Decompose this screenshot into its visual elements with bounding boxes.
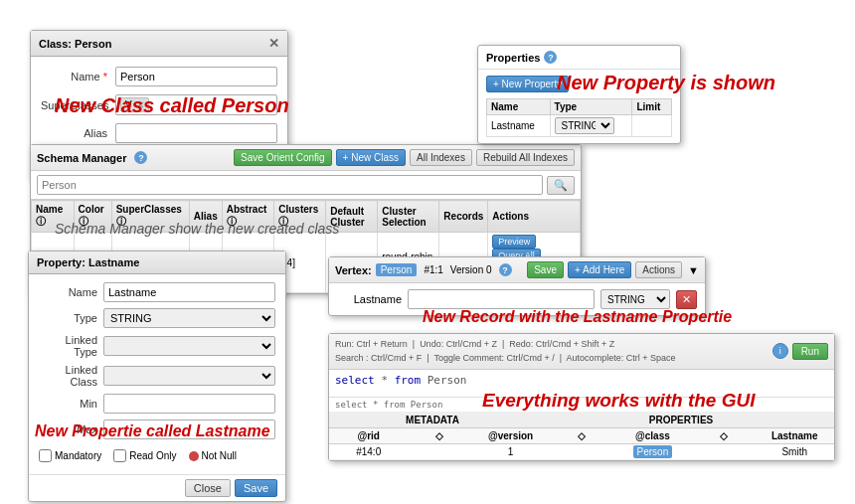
schema-search-input[interactable] [37,175,543,195]
col-records: Records [439,201,488,233]
all-indexes-button[interactable]: All Indexes [410,149,472,166]
col-lastname: Lastname [760,430,830,441]
prop-col-type: Type [550,99,632,115]
prop-col-name: Name [487,99,551,115]
prop-row-name: Lastname [487,115,551,137]
new-class-button[interactable]: + New Class [336,149,406,166]
annotation-schema: Schema Manager show the new created clas… [55,221,339,237]
prop-linked-type-select[interactable] [103,336,275,356]
name-label: Name [41,71,115,83]
vertex-version: Version 0 [450,264,492,275]
name-input[interactable] [115,67,277,86]
sql-data-row: #14:0 1 Person Smith [329,444,834,460]
sql-col-headers: @rid ◇ @version ◇ @class ◇ Lastname [329,428,834,444]
name-row: Name [41,67,277,86]
vertex-toolbar: Vertex: Person #1:1 Version 0 ? Save + A… [329,257,705,283]
prop-row-limit [632,115,672,137]
properties-title: Properties [486,52,540,64]
alias-input[interactable] [115,123,277,143]
vertex-info-icon[interactable]: ? [499,263,512,276]
prop-type-row: Type STRING [39,308,275,328]
sql-shortcuts: Run: Ctrl + Return | Undo: Ctrl/Cmd + Z … [335,337,675,366]
vertex-prefix: Vertex: [335,264,372,276]
vertex-save-button[interactable]: Save [527,261,564,278]
mandatory-checkbox[interactable] [39,449,52,462]
vertex-separator: #1:1 [424,264,442,275]
row-class-badge: Person [617,446,688,457]
row-version: 1 [475,446,546,457]
property-header: Property: Lastname [29,252,285,274]
prop-row: Lastname STRING [487,115,672,137]
sql-info-button[interactable]: i [772,343,788,359]
person-badge: Person [633,445,673,458]
schema-title: Schema Manager [37,152,126,164]
sql-keyword-from: from [395,374,422,387]
prop-linked-class-row: LinkedClass [39,364,275,388]
vertex-lastname-label: Lastname [337,293,402,305]
prop-min-row: Min [39,394,275,414]
sql-results: METADATA PROPERTIES @rid ◇ @version ◇ @c… [329,413,834,460]
sql-keyword-select: select [335,374,375,387]
col-sep3: ◇ [688,430,759,441]
col-rid: @rid [333,430,404,441]
prop-type-field[interactable]: STRING [103,308,275,328]
prop-min-label: Min [39,398,103,410]
new-class-title: Class: Person [39,38,111,50]
save-property-button[interactable]: Save [235,479,277,497]
close-icon[interactable]: ✕ [268,36,279,51]
rebuild-indexes-button[interactable]: Rebuild All Indexes [476,149,575,166]
schema-toolbar: Schema Manager ? Save Orient Config + Ne… [31,145,581,171]
vertex-lastname-input[interactable] [408,289,595,309]
col-sep1: ◇ [404,430,474,441]
annotation-prop-lastname: New Propertie called Lastname [35,422,270,440]
prop-type-label: Type [39,312,103,324]
col-cluster-selection: Cluster Selection [378,201,439,233]
prop-name-row: Name [39,282,275,302]
schema-search-row: 🔍 [31,171,581,200]
prop-min-input[interactable] [103,394,275,414]
col-class: @class [617,430,688,441]
properties-panel: Properties ? + New Property Name Type Li… [477,45,681,144]
col-actions: Actions [488,201,581,233]
col-version: @version [475,430,546,441]
prop-name-input[interactable] [103,282,275,302]
annotation-gui: Everything works with the GUI [482,390,756,412]
notnull-label: Not Null [189,450,238,461]
annotation-new-property: New Property is shown [557,72,775,94]
prop-checkbox-row: Mandatory Read Only Not Null [39,445,275,466]
annotation-new-class: New Class called Person [55,94,289,117]
property-title: Property: Lastname [37,256,139,268]
properties-section: PROPERTIES [532,415,830,425]
vertex-type-select[interactable]: STRING [600,289,670,309]
property-lastname-panel: Property: Lastname Name Type STRING Link… [28,251,286,502]
sql-run-button[interactable]: Run [792,343,828,360]
not-null-icon [189,451,199,461]
prop-linked-class-select[interactable] [103,366,275,386]
row-rid: #14:0 [333,446,404,457]
alias-row: Alias [41,123,277,143]
prop-col-limit: Limit [632,99,672,115]
preview-button[interactable]: Preview [492,235,536,249]
vertex-remove-field-button[interactable]: ✕ [676,290,697,309]
prop-name-label: Name [39,286,103,298]
vertex-actions-button[interactable]: Actions [635,261,682,278]
vertex-panel: Vertex: Person #1:1 Version 0 ? Save + A… [328,256,706,316]
properties-table: Name Type Limit Lastname STRING [486,98,672,137]
new-class-header: Class: Person ✕ [31,31,287,57]
alias-label: Alias [41,127,115,139]
sql-results-header: METADATA PROPERTIES [329,413,834,428]
close-button[interactable]: Close [185,479,231,497]
annotation-new-record: New Record with the Lastname Propertie [423,308,732,326]
vertex-class-badge: Person [376,263,418,276]
prop-type-select[interactable]: STRING [555,117,614,134]
save-config-button[interactable]: Save Orient Config [234,149,332,166]
schema-info-icon[interactable]: ? [134,151,147,164]
vertex-add-here-button[interactable]: + Add Here [568,261,631,278]
prop-linked-type-row: LinkedType [39,334,275,358]
mandatory-label: Mandatory [39,449,101,462]
schema-search-button[interactable]: 🔍 [547,176,575,195]
prop-linked-type-label: LinkedType [39,334,103,358]
readonly-checkbox[interactable] [113,449,126,462]
properties-info-icon[interactable]: ? [544,51,557,64]
col-sep2: ◇ [546,430,616,441]
